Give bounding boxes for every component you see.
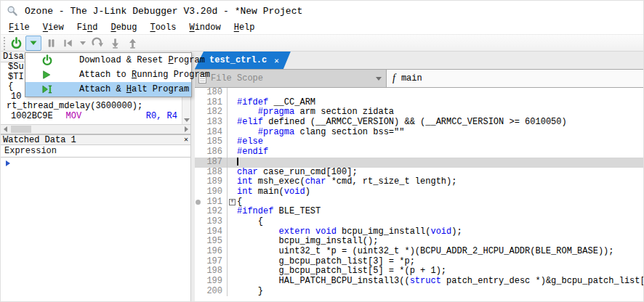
breakpoint-margin[interactable] bbox=[195, 217, 201, 227]
menu-file[interactable]: File bbox=[2, 21, 36, 34]
code-editor[interactable]: 180181#ifdef __CC_ARM182 #pragma arm sec… bbox=[195, 88, 643, 301]
menu-tools[interactable]: Tools bbox=[143, 21, 182, 34]
breakpoint-margin[interactable] bbox=[195, 207, 201, 217]
breakpoint-bullet[interactable] bbox=[195, 197, 201, 208]
tab-test-ctrl-c[interactable]: test_ctrl.c ✕ bbox=[195, 52, 291, 69]
line-number: 192 bbox=[201, 207, 227, 217]
breakpoint-margin[interactable] bbox=[195, 237, 201, 247]
step-into-button[interactable] bbox=[107, 36, 123, 51]
watched-expression-row[interactable] bbox=[1, 158, 190, 168]
menu-debug[interactable]: Debug bbox=[104, 21, 143, 34]
breakpoint-margin[interactable] bbox=[195, 277, 201, 287]
scroll-right-icon[interactable] bbox=[182, 125, 190, 134]
disassembly-horizontal-scrollbar[interactable] bbox=[1, 124, 190, 134]
code-text: HAL_PATCH_BCPU_install3((struct patch_en… bbox=[236, 277, 643, 287]
toolbar-grip[interactable] bbox=[2, 36, 7, 50]
code-line[interactable]: 197 g_bcpu_patch_list[3] = *p; bbox=[195, 257, 643, 267]
scrollbar-thumb[interactable] bbox=[11, 126, 31, 133]
code-line[interactable]: 196 uint32_t *p = (uint32_t *)(BCPU_ADDR… bbox=[195, 247, 643, 257]
code-line[interactable]: 195 bcpu_img_install(); bbox=[195, 237, 643, 247]
breakpoint-margin[interactable] bbox=[195, 177, 201, 187]
code-line[interactable]: 199 HAL_PATCH_BCPU_install3((struct patc… bbox=[195, 277, 643, 287]
code-line[interactable]: 194 extern void bcpu_img_install(void); bbox=[195, 227, 643, 237]
tab-close-icon[interactable]: ✕ bbox=[274, 56, 279, 65]
menu-item-download-reset-program[interactable]: Download & Reset Program bbox=[25, 53, 191, 68]
code-text: g_bcpu_patch_list[3] = *p; bbox=[236, 257, 643, 267]
breakpoint-margin[interactable] bbox=[195, 187, 201, 197]
expand-arrow-icon[interactable] bbox=[6, 160, 10, 166]
file-scope-dropdown[interactable]: File Scope bbox=[195, 70, 387, 87]
scroll-down-icon[interactable] bbox=[184, 118, 190, 122]
code-line[interactable]: 193 { bbox=[195, 217, 643, 227]
breakpoint-margin[interactable] bbox=[195, 287, 201, 297]
fold-margin bbox=[227, 128, 236, 138]
breakpoint-margin[interactable] bbox=[195, 107, 201, 118]
ozone-debugger-window: Ozone - The J-Link Debugger V3.20d - *Ne… bbox=[0, 0, 644, 302]
breakpoint-margin[interactable] bbox=[195, 128, 201, 138]
reset-button[interactable] bbox=[60, 36, 76, 51]
menu-bar: File View Find Debug Tools Window Help bbox=[1, 21, 643, 34]
file-scope-label: File Scope bbox=[211, 73, 263, 83]
attach-halt-icon bbox=[41, 84, 59, 94]
code-line[interactable]: 198 g_bcpu_patch_list[5] = *(p + 1); bbox=[195, 266, 643, 277]
code-line[interactable]: 200 } bbox=[195, 287, 643, 297]
breakpoint-margin[interactable] bbox=[195, 137, 201, 147]
fold-margin bbox=[227, 257, 236, 267]
code-line[interactable]: 188char case_run_cmd[100]; bbox=[195, 168, 643, 178]
close-icon[interactable]: ✕ bbox=[184, 136, 188, 144]
code-line[interactable]: 183#elif defined (__ARMCC_VERSION) && (_… bbox=[195, 118, 643, 128]
window-title: Ozone - The J-Link Debugger V3.20d - *Ne… bbox=[25, 6, 302, 17]
line-number: 181 bbox=[201, 98, 227, 108]
menu-item-attach-halt-program[interactable]: Attach & Halt Program bbox=[25, 82, 191, 97]
menu-window[interactable]: Window bbox=[182, 21, 227, 34]
code-line[interactable]: 185#else bbox=[195, 137, 643, 147]
menu-view[interactable]: View bbox=[36, 21, 71, 34]
breakpoint-margin[interactable] bbox=[195, 247, 201, 257]
breakpoint-margin[interactable] bbox=[195, 257, 201, 267]
function-icon: f bbox=[393, 73, 395, 84]
scroll-left-icon[interactable] bbox=[1, 125, 9, 134]
code-line[interactable]: 189int msh_exec(char *cmd, rt_size_t len… bbox=[195, 177, 643, 187]
line-number: 200 bbox=[201, 287, 227, 297]
power-debug-button[interactable] bbox=[8, 36, 24, 51]
code-line[interactable]: 180 bbox=[195, 88, 643, 98]
fold-toggle-icon[interactable]: + bbox=[229, 199, 236, 205]
code-line[interactable]: 187 bbox=[195, 158, 643, 168]
step-out-button[interactable] bbox=[124, 36, 140, 51]
debug-options-dropdown-button[interactable] bbox=[25, 36, 41, 51]
breakpoint-margin[interactable] bbox=[195, 266, 201, 277]
breakpoint-margin[interactable] bbox=[195, 168, 201, 178]
breakpoint-margin[interactable] bbox=[195, 147, 201, 158]
code-line[interactable]: 191+{ bbox=[195, 197, 643, 208]
menu-help[interactable]: Help bbox=[228, 21, 262, 34]
code-text: char case_run_cmd[100]; bbox=[236, 168, 643, 178]
fold-margin[interactable]: + bbox=[227, 197, 236, 208]
pause-button[interactable] bbox=[43, 36, 59, 51]
breakpoint-margin[interactable] bbox=[195, 118, 201, 128]
instruction-address: 1002BC9E bbox=[11, 112, 53, 122]
power-icon bbox=[41, 54, 59, 66]
breakpoint-margin[interactable] bbox=[195, 158, 201, 168]
code-line[interactable]: 190int main(void) bbox=[195, 187, 643, 197]
code-text: #pragma clang section bss="" bbox=[236, 128, 643, 138]
reset-dropdown-button[interactable] bbox=[78, 36, 88, 51]
code-text: #else bbox=[236, 137, 643, 147]
breakpoint-margin[interactable] bbox=[195, 98, 201, 108]
fold-margin bbox=[227, 147, 236, 158]
breakpoint-margin[interactable] bbox=[195, 227, 201, 237]
text-cursor bbox=[237, 158, 238, 166]
function-selector[interactable]: f main bbox=[387, 70, 643, 87]
menu-item-label: Download & Reset Program bbox=[79, 55, 205, 65]
code-line[interactable]: 184 #pragma clang section bss="" bbox=[195, 128, 643, 138]
expression-column-header[interactable]: Expression bbox=[1, 145, 190, 158]
menu-find[interactable]: Find bbox=[71, 21, 105, 34]
line-number: 182 bbox=[201, 107, 227, 118]
code-line[interactable]: 192#ifndef BLE_TEST bbox=[195, 207, 643, 217]
step-over-button[interactable] bbox=[89, 36, 105, 51]
code-line[interactable]: 181#ifdef __CC_ARM bbox=[195, 98, 643, 108]
menu-item-attach-to-running-program[interactable]: Attach to Running Program bbox=[25, 68, 191, 82]
breakpoint-margin[interactable] bbox=[195, 88, 201, 98]
code-line[interactable]: 186#endif bbox=[195, 147, 643, 158]
editor-tab-bar: test_ctrl.c ✕ bbox=[195, 52, 643, 69]
code-line[interactable]: 182 #pragma arm section zidata bbox=[195, 107, 643, 118]
